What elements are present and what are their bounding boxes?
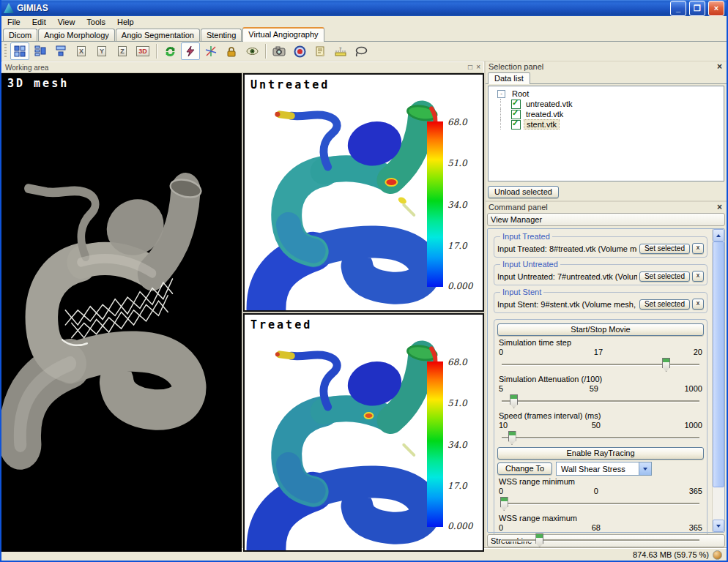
quad-view-icon[interactable]: [10, 42, 29, 60]
mode-dropdown-value: Wall Shear Stress: [557, 465, 639, 473]
restore-button[interactable]: ❐: [689, 1, 705, 16]
colorbar-tick: 17.0: [447, 481, 483, 491]
toolbar-grip[interactable]: [4, 44, 7, 59]
unload-selected-button[interactable]: Unload selected: [488, 186, 559, 198]
slider-min: 10: [499, 421, 508, 430]
lightning-icon[interactable]: [181, 42, 200, 60]
maximize-pane-icon[interactable]: □: [468, 64, 472, 71]
menu-help[interactable]: Help: [111, 17, 140, 27]
crosshair-icon[interactable]: [201, 42, 220, 60]
close-pane-icon[interactable]: ×: [476, 64, 480, 71]
tab-dicom[interactable]: Dicom: [3, 29, 37, 41]
memory-usage-text: 874.63 MB (59.75 %): [633, 550, 709, 559]
colorbar-tick: 17.0: [447, 241, 483, 251]
close-command-panel-icon[interactable]: ×: [717, 203, 722, 211]
untreated-render[interactable]: [245, 75, 483, 310]
checkbox-stent[interactable]: [511, 120, 521, 130]
viewport-treated[interactable]: Treated: [243, 313, 484, 552]
stacked-view-icon[interactable]: [31, 42, 50, 60]
tab-virtual-angiography[interactable]: Virtual Angiography: [242, 27, 324, 42]
close-button[interactable]: ×: [708, 1, 724, 16]
tree-item-untreated[interactable]: untreated.vtk: [524, 100, 575, 108]
camera-icon[interactable]: [270, 42, 289, 60]
viewport-3d-mesh[interactable]: 3D mesh: [1, 73, 242, 552]
slider-track[interactable]: [502, 357, 699, 373]
set-selected-stent-button[interactable]: Set selected: [639, 299, 690, 310]
tab-angio-morphology[interactable]: Angio Morphology: [38, 29, 115, 41]
notes-icon[interactable]: [311, 42, 330, 60]
menu-edit[interactable]: Edit: [26, 17, 52, 27]
command-scrollbar[interactable]: [712, 229, 724, 532]
slider-track[interactable]: [502, 533, 699, 549]
scroll-thumb[interactable]: [713, 241, 724, 487]
command-panel-title: Command panel: [489, 203, 548, 211]
tab-data-list[interactable]: Data list: [488, 72, 530, 84]
slider-track[interactable]: [502, 430, 699, 446]
enable-raytracing-button[interactable]: Enable RayTracing: [497, 447, 704, 460]
slider-current: 59: [590, 384, 598, 394]
eye-icon[interactable]: [242, 42, 261, 60]
toolbar-separator: [265, 44, 266, 59]
record-icon[interactable]: [290, 42, 309, 60]
x-plane-icon[interactable]: X: [72, 42, 91, 60]
refresh-icon[interactable]: [160, 42, 179, 60]
set-selected-untreated-button[interactable]: Set selected: [639, 271, 690, 282]
close-selection-panel-icon[interactable]: ×: [717, 62, 722, 71]
split-view-icon[interactable]: [51, 42, 70, 60]
colorbar-tick: 34.0: [447, 440, 483, 450]
z-plane-icon[interactable]: Z: [113, 42, 132, 60]
tab-stenting[interactable]: Stenting: [201, 29, 242, 41]
input-stent-label: Input Stent: [500, 288, 543, 296]
lasso-icon[interactable]: [352, 42, 371, 60]
minimize-button[interactable]: _: [670, 1, 686, 16]
slider-label: Simulation time step: [499, 338, 702, 348]
tree-root-label[interactable]: Root: [510, 89, 531, 98]
viewport-untreated[interactable]: Untreated: [243, 73, 484, 312]
measure-icon[interactable]: 7: [331, 42, 350, 60]
slider-thumb[interactable]: [508, 431, 516, 445]
scroll-down-icon[interactable]: [713, 520, 724, 532]
tree-item-stent[interactable]: stent.vtk: [524, 119, 560, 130]
scroll-track[interactable]: [713, 241, 724, 520]
slider-thumb[interactable]: [535, 533, 543, 547]
menu-file[interactable]: File: [1, 17, 26, 27]
view-manager-header[interactable]: View Manager: [487, 213, 725, 226]
start-stop-movie-button[interactable]: Start/Stop Movie: [497, 323, 704, 336]
slider-min: 5: [499, 384, 503, 394]
menu-view[interactable]: View: [52, 17, 81, 27]
lock-icon[interactable]: [222, 42, 241, 60]
slider-min: 0: [499, 487, 503, 496]
3d-view-icon[interactable]: 3D: [133, 42, 152, 60]
slider-track[interactable]: [502, 394, 699, 410]
toolbar-separator: [156, 44, 157, 59]
remove-untreated-button[interactable]: x: [692, 271, 704, 282]
tree-expander-icon[interactable]: -: [497, 90, 505, 98]
simulation-time-step-slider: Simulation time step 0 17 20: [499, 338, 702, 373]
change-to-button[interactable]: Change To: [497, 462, 552, 475]
input-untreated-value: Input Untreated: 7#untreated.vtk (Volume…: [497, 272, 637, 281]
slider-thumb[interactable]: [662, 358, 670, 372]
dropdown-arrow-icon[interactable]: [639, 462, 651, 475]
window-title: GIMIAS: [17, 3, 667, 13]
mode-dropdown[interactable]: Wall Shear Stress: [556, 462, 652, 476]
scroll-up-icon[interactable]: [713, 229, 724, 241]
remove-stent-button[interactable]: x: [692, 299, 704, 310]
colorbar-ticks: 68.0 51.0 34.0 17.0 0.000: [427, 121, 443, 287]
remove-treated-button[interactable]: x: [692, 243, 704, 254]
tree-item-treated[interactable]: treated.vtk: [524, 110, 565, 119]
slider-track[interactable]: [502, 496, 699, 512]
tab-angio-segmentation[interactable]: Angio Segmentation: [116, 29, 200, 41]
slider-current: 68: [592, 523, 601, 533]
y-plane-icon[interactable]: Y: [92, 42, 111, 60]
working-area-header: Working area □ ×: [1, 61, 484, 73]
data-tree[interactable]: - Root untreated.vtk treated.vtk: [488, 86, 724, 181]
menu-tools[interactable]: Tools: [81, 17, 111, 27]
slider-thumb[interactable]: [510, 394, 518, 408]
colorbar-tick: 51.0: [447, 158, 483, 168]
set-selected-treated-button[interactable]: Set selected: [639, 244, 690, 254]
viewport-title-treated: Treated: [250, 318, 312, 331]
mesh-render[interactable]: [1, 73, 242, 552]
slider-thumb[interactable]: [500, 497, 508, 511]
treated-render[interactable]: [245, 315, 483, 550]
slider-label: Speed (frames interval) (ms): [499, 411, 702, 421]
